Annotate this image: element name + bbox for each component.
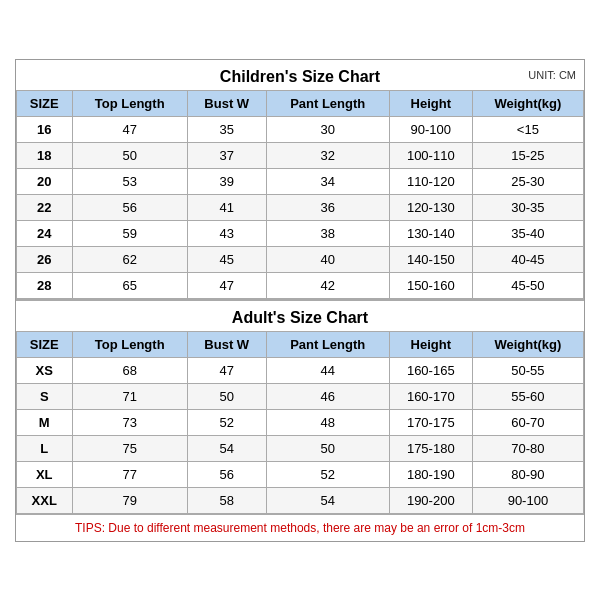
size-col: 28 — [17, 272, 73, 298]
data-cell: 34 — [266, 168, 389, 194]
col-height-a: Height — [389, 331, 472, 357]
data-cell: 32 — [266, 142, 389, 168]
data-cell: 25-30 — [472, 168, 583, 194]
col-pant-length: Pant Length — [266, 90, 389, 116]
table-row: 22564136120-13030-35 — [17, 194, 584, 220]
data-cell: 170-175 — [389, 409, 472, 435]
adult-title: Adult's Size Chart — [16, 299, 584, 331]
col-top-length: Top Length — [72, 90, 187, 116]
table-row: 20533934110-12025-30 — [17, 168, 584, 194]
data-cell: 54 — [266, 487, 389, 513]
data-cell: 35 — [187, 116, 266, 142]
data-cell: 71 — [72, 383, 187, 409]
size-col: XXL — [17, 487, 73, 513]
col-top-length-a: Top Length — [72, 331, 187, 357]
data-cell: 46 — [266, 383, 389, 409]
data-cell: 47 — [187, 357, 266, 383]
data-cell: 47 — [187, 272, 266, 298]
data-cell: 15-25 — [472, 142, 583, 168]
data-cell: 45 — [187, 246, 266, 272]
adult-table: SIZE Top Length Bust W Pant Length Heigh… — [16, 331, 584, 514]
col-height: Height — [389, 90, 472, 116]
data-cell: 37 — [187, 142, 266, 168]
table-row: XXL795854190-20090-100 — [17, 487, 584, 513]
table-row: 28654742150-16045-50 — [17, 272, 584, 298]
data-cell: 56 — [72, 194, 187, 220]
col-pant-length-a: Pant Length — [266, 331, 389, 357]
data-cell: 79 — [72, 487, 187, 513]
data-cell: 56 — [187, 461, 266, 487]
data-cell: 110-120 — [389, 168, 472, 194]
table-row: M735248170-17560-70 — [17, 409, 584, 435]
table-row: L755450175-18070-80 — [17, 435, 584, 461]
data-cell: 44 — [266, 357, 389, 383]
data-cell: 160-170 — [389, 383, 472, 409]
size-col: S — [17, 383, 73, 409]
data-cell: 30 — [266, 116, 389, 142]
size-col: 20 — [17, 168, 73, 194]
data-cell: 52 — [187, 409, 266, 435]
data-cell: 70-80 — [472, 435, 583, 461]
table-row: XS684744160-16550-55 — [17, 357, 584, 383]
data-cell: 50-55 — [472, 357, 583, 383]
data-cell: 120-130 — [389, 194, 472, 220]
data-cell: 36 — [266, 194, 389, 220]
data-cell: 140-150 — [389, 246, 472, 272]
data-cell: 75 — [72, 435, 187, 461]
unit-label: UNIT: CM — [528, 69, 576, 81]
data-cell: 47 — [72, 116, 187, 142]
data-cell: 180-190 — [389, 461, 472, 487]
table-row: 26624540140-15040-45 — [17, 246, 584, 272]
data-cell: 41 — [187, 194, 266, 220]
col-weight-a: Weight(kg) — [472, 331, 583, 357]
col-size-a: SIZE — [17, 331, 73, 357]
data-cell: 58 — [187, 487, 266, 513]
size-col: 22 — [17, 194, 73, 220]
data-cell: 59 — [72, 220, 187, 246]
data-cell: 73 — [72, 409, 187, 435]
table-row: 24594338130-14035-40 — [17, 220, 584, 246]
data-cell: 65 — [72, 272, 187, 298]
data-cell: 130-140 — [389, 220, 472, 246]
data-cell: <15 — [472, 116, 583, 142]
data-cell: 53 — [72, 168, 187, 194]
table-row: 1647353090-100<15 — [17, 116, 584, 142]
data-cell: 40-45 — [472, 246, 583, 272]
data-cell: 160-165 — [389, 357, 472, 383]
adult-header-row: SIZE Top Length Bust W Pant Length Heigh… — [17, 331, 584, 357]
children-title: Children's Size Chart UNIT: CM — [16, 60, 584, 90]
size-col: L — [17, 435, 73, 461]
data-cell: 55-60 — [472, 383, 583, 409]
data-cell: 48 — [266, 409, 389, 435]
children-header-row: SIZE Top Length Bust W Pant Length Heigh… — [17, 90, 584, 116]
data-cell: 190-200 — [389, 487, 472, 513]
data-cell: 38 — [266, 220, 389, 246]
col-weight: Weight(kg) — [472, 90, 583, 116]
size-col: XL — [17, 461, 73, 487]
data-cell: 40 — [266, 246, 389, 272]
data-cell: 100-110 — [389, 142, 472, 168]
data-cell: 52 — [266, 461, 389, 487]
data-cell: 77 — [72, 461, 187, 487]
table-row: XL775652180-19080-90 — [17, 461, 584, 487]
data-cell: 39 — [187, 168, 266, 194]
size-col: 24 — [17, 220, 73, 246]
data-cell: 50 — [266, 435, 389, 461]
tips-text: TIPS: Due to different measurement metho… — [16, 514, 584, 541]
children-table: SIZE Top Length Bust W Pant Length Heigh… — [16, 90, 584, 299]
table-row: 18503732100-11015-25 — [17, 142, 584, 168]
data-cell: 150-160 — [389, 272, 472, 298]
size-col: M — [17, 409, 73, 435]
col-bust-w-a: Bust W — [187, 331, 266, 357]
size-col: 18 — [17, 142, 73, 168]
data-cell: 50 — [187, 383, 266, 409]
chart-container: Children's Size Chart UNIT: CM SIZE Top … — [15, 59, 585, 542]
data-cell: 42 — [266, 272, 389, 298]
size-col: 16 — [17, 116, 73, 142]
data-cell: 45-50 — [472, 272, 583, 298]
size-col: XS — [17, 357, 73, 383]
size-col: 26 — [17, 246, 73, 272]
table-row: S715046160-17055-60 — [17, 383, 584, 409]
data-cell: 35-40 — [472, 220, 583, 246]
data-cell: 62 — [72, 246, 187, 272]
